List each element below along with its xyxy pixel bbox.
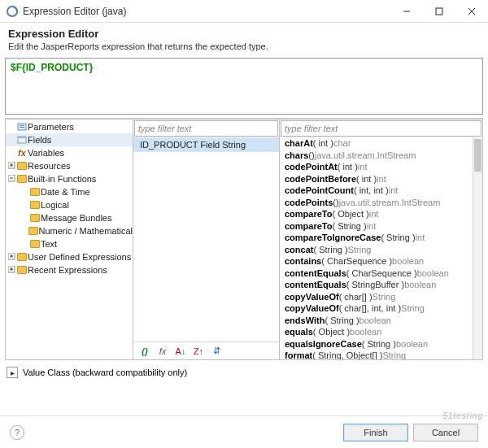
dialog-footer: ? Finish Cancel: [0, 415, 488, 448]
field-icon[interactable]: (): [138, 345, 151, 358]
tree-item[interactable]: Numeric / Mathematical: [6, 224, 133, 237]
dialog-subtitle: Edit the JasperReports expression that r…: [8, 41, 480, 51]
fields-list[interactable]: ID_PRODUCT Field String: [133, 137, 279, 341]
method-item[interactable]: concat( String ) String: [280, 244, 473, 256]
sort-desc-icon[interactable]: Z↑: [192, 345, 205, 358]
methods-scrollbar[interactable]: [473, 137, 482, 359]
tree-item[interactable]: Message Bundles: [6, 211, 133, 224]
method-item[interactable]: charAt( int ) char: [280, 137, 473, 150]
method-item[interactable]: codePoints() java.util.stream.IntStream: [280, 197, 473, 209]
method-item[interactable]: equals( Object ) boolean: [280, 326, 473, 338]
expression-text: $F{ID_PRODUCT}: [11, 62, 93, 73]
work-area: ParametersFieldsfxVariablesResourcesBuil…: [5, 118, 483, 360]
scrollbar-thumb[interactable]: [474, 139, 481, 172]
method-item[interactable]: codePointBefore( int ) int: [280, 173, 473, 185]
svg-rect-6: [20, 125, 24, 126]
value-class-expander[interactable]: ▸: [7, 367, 18, 378]
methods-list[interactable]: charAt( int ) charchars() java.util.stre…: [280, 137, 482, 359]
minimize-button[interactable]: [390, 0, 423, 23]
app-icon: [7, 6, 18, 17]
maximize-button[interactable]: [423, 0, 455, 23]
tree-item[interactable]: Resources: [6, 159, 133, 172]
method-item[interactable]: equalsIgnoreCase( String ) boolean: [280, 338, 473, 350]
collapse-icon[interactable]: ⇵: [210, 345, 223, 358]
field-item[interactable]: ID_PRODUCT Field String: [133, 137, 279, 152]
dialog-header: Expression Editor Edit the JasperReports…: [0, 23, 488, 58]
method-item[interactable]: contains( CharSequence ) boolean: [280, 255, 473, 267]
fields-filter-input[interactable]: type filter text: [134, 120, 278, 137]
method-item[interactable]: endsWith( String ) boolean: [280, 315, 473, 327]
tree-item[interactable]: fxVariables: [6, 146, 133, 159]
close-button[interactable]: [455, 0, 488, 23]
method-item[interactable]: contentEquals( CharSequence ) boolean: [280, 267, 473, 280]
method-item[interactable]: contentEquals( StringBuffer ) boolean: [280, 279, 473, 291]
methods-panel: type filter text charAt( int ) charchars…: [280, 119, 483, 360]
tree-item[interactable]: Date & Time: [6, 185, 133, 198]
cancel-button[interactable]: Cancel: [413, 424, 478, 441]
expression-textarea[interactable]: $F{ID_PRODUCT}: [5, 58, 483, 115]
tree-item[interactable]: Logical: [6, 198, 133, 211]
method-item[interactable]: copyValueOf( char[], int, int ) String: [280, 302, 473, 315]
method-item[interactable]: copyValueOf( char[] ) String: [280, 291, 473, 303]
sort-asc-icon[interactable]: A↓: [174, 345, 187, 358]
fx-icon[interactable]: fx: [156, 345, 169, 358]
value-class-label: Value Class (backward compatibility only…: [23, 368, 187, 377]
tree-item[interactable]: Built-in Functions: [6, 172, 133, 185]
tree-item[interactable]: Text: [6, 237, 133, 250]
tree-item[interactable]: User Defined Expressions: [6, 250, 133, 263]
method-item[interactable]: format( String, Object[] ) String: [280, 350, 473, 359]
value-class-row: ▸ Value Class (backward compatibility on…: [7, 363, 481, 381]
svg-rect-7: [20, 127, 24, 128]
category-tree[interactable]: ParametersFieldsfxVariablesResourcesBuil…: [6, 120, 133, 359]
dialog-title: Expression Editor: [8, 28, 480, 40]
finish-button[interactable]: Finish: [343, 424, 408, 441]
fields-panel: type filter text ID_PRODUCT Field String…: [133, 119, 280, 360]
svg-rect-9: [18, 137, 26, 138]
method-item[interactable]: compareToIgnoreCase( String ) int: [280, 232, 473, 244]
expression-helper-toolbar: () fx A↓ Z↑ ⇵: [133, 341, 279, 359]
methods-filter-input[interactable]: type filter text: [281, 120, 481, 137]
method-item[interactable]: chars() java.util.stream.IntStream: [280, 150, 473, 162]
watermark: 51testing: [442, 411, 483, 420]
category-tree-panel: ParametersFieldsfxVariablesResourcesBuil…: [5, 119, 133, 360]
window-title: Expression Editor (java): [23, 6, 390, 17]
svg-rect-2: [436, 8, 442, 15]
method-item[interactable]: compareTo( Object ) int: [280, 208, 473, 220]
tree-item[interactable]: Recent Expressions: [6, 263, 133, 276]
method-item[interactable]: codePointAt( int ) int: [280, 161, 473, 173]
help-button[interactable]: ?: [10, 425, 24, 440]
window-titlebar: Expression Editor (java): [0, 0, 488, 23]
tree-item[interactable]: Fields: [6, 133, 133, 146]
method-item[interactable]: codePointCount( int, int ) int: [280, 185, 473, 197]
tree-item[interactable]: Parameters: [6, 120, 133, 133]
method-item[interactable]: compareTo( String ) int: [280, 220, 473, 233]
